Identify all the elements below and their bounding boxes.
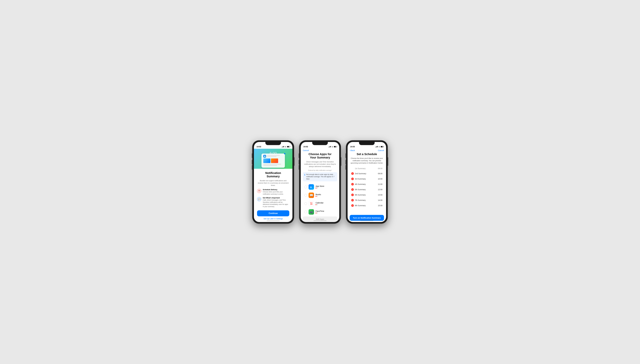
notification-card: [261, 154, 285, 168]
phone1-content: 6:00: [254, 149, 292, 222]
phone1-title: Notification Summary: [265, 171, 281, 178]
phone1-subtitle: Bundle non-urgent notifications and rece…: [257, 180, 289, 187]
hero-image: 6:00: [254, 149, 292, 169]
signal-icon-1: [282, 146, 284, 147]
notch-2: [312, 142, 328, 145]
phone3-title: Set a Schedule: [350, 152, 384, 156]
summary-item-1: 1st Summary 08:00: [350, 166, 384, 171]
app-checkbox-facetime[interactable]: [304, 210, 307, 213]
books-icon: 📖: [309, 192, 314, 198]
app-checkbox-calendar[interactable]: [304, 202, 307, 205]
cancel-button-3[interactable]: Cancel: [378, 149, 384, 152]
summary-time-6: 13:00: [378, 194, 382, 196]
info-text: Not enough data to order apps by daily n…: [306, 174, 336, 180]
red-dot-appstore: [316, 188, 316, 188]
summary-name-2: 2nd Summary: [355, 172, 366, 174]
summary-name-3: 3rd Summary: [355, 178, 366, 180]
remove-summary-8[interactable]: −: [351, 204, 354, 207]
battery-icon-2: [334, 146, 337, 148]
phone2-desc: Direct messages and Time Sensitive notif…: [303, 161, 337, 168]
cancel-button-2[interactable]: Cancel: [303, 149, 309, 152]
signal-icon-3: [375, 146, 378, 147]
summary-time-3: 10:00: [378, 178, 382, 180]
phone3-scroll: Set a Schedule Choose the times you'd li…: [348, 152, 386, 214]
summary-time-8: 15:00: [378, 204, 382, 206]
feature2-title: Get What's Important: [263, 197, 289, 199]
wifi-icon-2: ▲: [332, 146, 333, 148]
app-item-calendar[interactable]: WED 16 Calendar 0: [303, 200, 337, 208]
app-item-appstore[interactable]: A App Store 0: [303, 183, 337, 191]
remove-summary-3[interactable]: −: [351, 178, 354, 180]
status-icons-1: ▲: [282, 146, 290, 148]
summary-time-7: 14:00: [378, 199, 382, 201]
blue-dot: [284, 153, 285, 154]
status-icons-2: ▲: [329, 146, 337, 148]
summary-time-2: 09:00: [378, 172, 382, 174]
wifi-icon-3: ▲: [378, 146, 380, 148]
phone-1: 14:02 ▲ 6:00: [252, 140, 294, 224]
summary-list: 1st Summary 08:00 − 2nd Summary 09:00: [350, 166, 384, 208]
setup-later-button[interactable]: Set Up Later in Settings: [264, 218, 283, 220]
wifi-icon-1: ▲: [285, 146, 286, 148]
home-indicator-1: [267, 220, 280, 221]
schedule-delivery-icon: ⏰: [257, 189, 261, 193]
info-banner: ℹ Not enough data to order apps by daily…: [303, 172, 337, 181]
phone1-body: Notification Summary Bundle non-urgent n…: [254, 169, 292, 222]
summary-item-3: − 3rd Summary 10:00: [350, 176, 384, 182]
remove-summary-5[interactable]: −: [351, 188, 354, 191]
summary-name-7: 7th Summary: [355, 199, 366, 201]
time-2: 14:02: [303, 146, 308, 148]
app-count-facetime: 0: [316, 212, 336, 214]
signal-icon-2: [329, 146, 331, 147]
chevron-left-icon: ‹: [350, 149, 350, 152]
app-name-appstore: App Store: [316, 185, 336, 187]
important-icon: 💬: [257, 197, 261, 201]
notch-1: [265, 142, 281, 145]
remove-summary-2[interactable]: −: [351, 172, 354, 175]
summary-name-1: 1st Summary: [355, 168, 366, 170]
notif-card-icon: [263, 155, 266, 158]
summary-item-7: − 7th Summary 14:00: [350, 198, 384, 203]
battery-icon-1: [287, 146, 290, 148]
app-item-books[interactable]: 📖 Books 0: [303, 191, 337, 199]
info-icon: ℹ: [304, 174, 305, 176]
summary-item-4: − 4th Summary 11:00: [350, 182, 384, 187]
back-button-3[interactable]: ‹ Back: [350, 149, 355, 152]
red-dot-facetime: [316, 212, 316, 214]
app-checkbox-books[interactable]: [304, 194, 307, 196]
time-1: 14:02: [257, 146, 261, 148]
phone3-navbar: ‹ Back Cancel: [348, 149, 386, 152]
summary-item-2: − 2nd Summary 09:00: [350, 171, 384, 176]
phone2-title: Choose Apps for Your Summary: [303, 152, 337, 160]
summary-time-4: 11:00: [378, 183, 382, 185]
summary-time-5: 12:00: [378, 188, 382, 190]
app-name-facetime: FaceTime: [316, 210, 336, 212]
app-item-facetime[interactable]: 📹 FaceTime 0: [303, 208, 337, 216]
feature-important: 💬 Get What's Important Calls, direct mes…: [257, 197, 289, 208]
app-list: A App Store 0: [303, 183, 337, 216]
feature1-title: Schedule Delivery: [263, 189, 289, 190]
status-icons-3: ▲: [375, 146, 383, 148]
battery-icon-3: [381, 146, 383, 148]
svg-text:A: A: [310, 186, 312, 189]
summary-item-8: − 8th Summary 15:00: [350, 203, 384, 208]
summary-name-8: 8th Summary: [355, 204, 366, 206]
feature2-desc: Calls, direct messages, and Time Sensiti…: [263, 199, 289, 208]
turn-on-notification-summary-button[interactable]: Turn on Notification Summary: [350, 215, 384, 221]
remove-summary-4[interactable]: −: [351, 183, 354, 186]
feature-schedule-delivery: ⏰ Schedule Delivery Choose when you'd li…: [257, 189, 289, 195]
phone3-desc: Choose the times you'd like to receive y…: [350, 157, 384, 164]
app-checkbox-appstore[interactable]: [304, 186, 307, 188]
app-name-books: Books: [316, 193, 336, 196]
app-count-calendar: 0: [316, 204, 336, 206]
phone2-content: Cancel Choose Apps for Your Summary Dire…: [301, 149, 339, 222]
phone-3: 14:03 ▲ ‹ Back Cancel: [346, 140, 388, 224]
phones-container: 14:02 ▲ 6:00: [252, 140, 388, 224]
continue-button[interactable]: Continue: [257, 210, 289, 216]
phone2-scroll: Choose Apps for Your Summary Direct mess…: [301, 152, 339, 222]
remove-summary-7[interactable]: −: [351, 199, 354, 202]
phone3-content: ‹ Back Cancel Set a Schedule Choose the …: [348, 149, 386, 222]
svg-point-0: [264, 156, 265, 157]
remove-summary-6[interactable]: −: [351, 194, 354, 196]
ordered-label: Ordered by daily notification average*: [303, 170, 337, 171]
